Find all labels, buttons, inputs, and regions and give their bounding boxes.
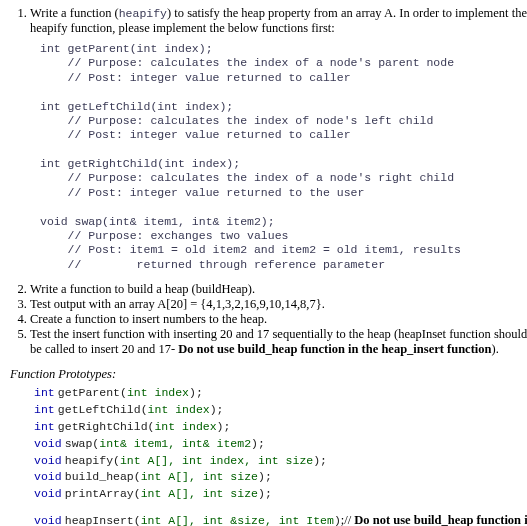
proto-swap: void swap(int& item1, int& item2);	[34, 435, 527, 452]
proto-ret: void	[34, 470, 62, 483]
proto-ret: int	[34, 403, 55, 416]
proto-paren-close: );	[189, 386, 203, 399]
q1-fn-name: heapify	[119, 7, 167, 20]
q5-text-bold: Do not use build_heap function in the he…	[178, 342, 491, 356]
proto-build_heap: void build_heap(int A[], int size);	[34, 468, 527, 485]
proto-name: getRightChild	[58, 420, 148, 433]
proto-ret: int	[34, 386, 55, 399]
proto-paren-close: );	[210, 403, 224, 416]
proto-paren-open: (	[113, 454, 120, 467]
prototypes-heading: Function Prototypes:	[10, 367, 527, 382]
proto-paren-open: (	[134, 487, 141, 500]
question-2: Write a function to build a heap (buildH…	[30, 282, 527, 297]
proto-name: build_heap	[65, 470, 134, 483]
proto-paren-close: );	[258, 487, 272, 500]
proto-args: int A[], int index, int size	[120, 454, 313, 467]
proto-name: printArray	[65, 487, 134, 500]
question-4: Create a function to insert numbers to t…	[30, 312, 527, 327]
proto-getLeftChild: int getLeftChild(int index);	[34, 401, 527, 418]
proto-name: swap	[65, 437, 93, 450]
proto-paren-close: );	[217, 420, 231, 433]
proto-paren-close: )	[334, 514, 341, 526]
proto-paren-open: (	[141, 403, 148, 416]
proto-ret: void	[34, 454, 62, 467]
proto-args: int index	[154, 420, 216, 433]
proto-heapify: void heapify(int A[], int index, int siz…	[34, 452, 527, 469]
proto-getRightChild: int getRightChild(int index);	[34, 418, 527, 435]
proto-paren-open: (	[120, 386, 127, 399]
proto-args: int index	[148, 403, 210, 416]
proto-paren-close: );	[251, 437, 265, 450]
q5-text-c: ).	[491, 342, 498, 356]
prototypes-block: int getParent(int index); int getLeftChi…	[34, 384, 527, 526]
proto-getParent: int getParent(int index);	[34, 384, 527, 401]
q4-text: Create a function to insert numbers to t…	[30, 312, 267, 326]
proto-ret: void	[34, 514, 62, 526]
proto-paren-close: );	[313, 454, 327, 467]
q2-text: Write a function to build a heap (buildH…	[30, 282, 255, 296]
proto-name: getParent	[58, 386, 120, 399]
proto-heapInsert: void heapInsert(int A[], int &size, int …	[34, 512, 527, 526]
proto-ret: void	[34, 487, 62, 500]
question-list: Write a function (heapify) to satisfy th…	[10, 6, 527, 357]
proto-name: getLeftChild	[58, 403, 141, 416]
q1-code-block: int getParent(int index); // Purpose: ca…	[40, 42, 527, 272]
proto-args: int A[], int size	[141, 470, 258, 483]
proto-ret: int	[34, 420, 55, 433]
proto-name: heapInsert	[65, 514, 134, 526]
proto-after-a: ;//	[341, 513, 355, 526]
question-1: Write a function (heapify) to satisfy th…	[30, 6, 527, 272]
question-3: Test output with an array A[20] = {4,1,3…	[30, 297, 527, 312]
proto-paren-close: );	[258, 470, 272, 483]
proto-printArray: void printArray(int A[], int size);	[34, 485, 527, 502]
proto-paren-open: (	[134, 470, 141, 483]
q1-text-a: Write a function (	[30, 6, 119, 20]
proto-args: int A[], int &size, int Item	[141, 514, 334, 526]
q3-text: Test output with an array A[20] = {4,1,3…	[30, 297, 325, 311]
question-5: Test the insert function with inserting …	[30, 327, 527, 357]
proto-ret: void	[34, 437, 62, 450]
proto-args: int A[], int size	[141, 487, 258, 500]
proto-args: int index	[127, 386, 189, 399]
proto-args: int& item1, int& item2	[99, 437, 251, 450]
proto-name: heapify	[65, 454, 113, 467]
proto-paren-open: (	[134, 514, 141, 526]
